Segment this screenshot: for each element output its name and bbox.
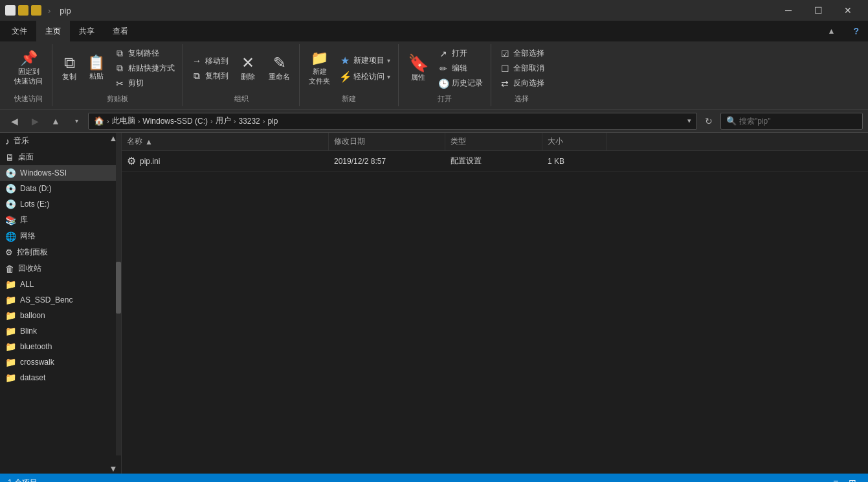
sidebar-item-music[interactable]: ♪ 音乐 (0, 133, 121, 149)
invert-icon: ⇄ (499, 78, 511, 89)
sidebar-item-recycle[interactable]: 🗑 回收站 (0, 260, 121, 277)
breadcrumb-pip[interactable]: pip (267, 117, 278, 126)
open-small-col: ↗ 打开 ✏ 编辑 🕒 历史记录 (435, 47, 485, 90)
pin-button[interactable]: 📌 固定到 快速访问 (10, 49, 47, 89)
sep0: › (107, 117, 109, 125)
back-button[interactable]: ◀ (5, 112, 23, 130)
cut-button[interactable]: ✂ 剪切 (111, 76, 177, 90)
sidebar-item-all[interactable]: 📁 ALL (0, 277, 121, 292)
sidebar-item-control-panel[interactable]: ⚙ 控制面板 (0, 244, 121, 260)
col-header-type[interactable]: 类型 (445, 133, 542, 150)
clipboard-label: 剪贴板 (107, 91, 128, 104)
tab-home[interactable]: 主页 (36, 21, 70, 41)
breadcrumb-windows-ssd[interactable]: Windows-SSD (C:) (142, 117, 208, 126)
refresh-button[interactable]: ↻ (700, 112, 718, 130)
new-folder-button[interactable]: 📁 新建 文件夹 (305, 49, 334, 89)
history-button[interactable]: 🕒 历史记录 (435, 76, 485, 90)
sidebar-item-balloon[interactable]: 📁 balloon (0, 308, 121, 323)
sidebar-label-network: 网络 (20, 231, 36, 242)
search-icon: 🔍 (726, 116, 737, 126)
new-small-col: ★ 新建项目 ▾ ⚡ 轻松访问 ▾ (337, 53, 393, 84)
select-none-button[interactable]: ☐ 全部取消 (496, 62, 547, 75)
forward-button[interactable]: ▶ (26, 112, 44, 130)
select-items: ☑ 全部选择 ☐ 全部取消 ⇄ 反向选择 (496, 47, 547, 90)
detail-view-button[interactable]: ⊞ (845, 476, 860, 482)
edit-button[interactable]: ✏ 编辑 (435, 62, 485, 75)
sidebar-label-control: 控制面板 (17, 247, 48, 258)
move-to-button[interactable]: → 移动到 (188, 54, 231, 68)
sep2: › (210, 117, 213, 125)
maximize-button[interactable]: ☐ (803, 0, 833, 21)
breadcrumb-this-pc[interactable]: 此电脑 (112, 115, 135, 126)
up-button[interactable]: ▲ (47, 112, 65, 130)
col-header-size[interactable]: 大小 (542, 133, 607, 150)
breadcrumb-33232[interactable]: 33232 (238, 117, 260, 126)
move-copy-col: → 移动到 ⧉ 复制到 (188, 54, 231, 83)
data-drive-icon: 💿 (5, 183, 16, 194)
title-separator: › (48, 6, 50, 16)
delete-button[interactable]: ✕ 删除 (234, 52, 262, 84)
tab-share[interactable]: 共享 (70, 21, 104, 41)
address-dropdown-icon[interactable]: ▾ (687, 117, 691, 125)
list-view-button[interactable]: ≡ (828, 476, 843, 482)
open-button[interactable]: ↗ 打开 (435, 47, 485, 60)
new-folder-icon: 📁 (311, 51, 328, 65)
sidebar-item-blink[interactable]: 📁 Blink (0, 323, 121, 339)
sidebar-item-desktop[interactable]: 🖥 桌面 (0, 149, 121, 165)
library-icon: 📚 (5, 215, 16, 225)
search-bar[interactable]: 🔍 (720, 113, 863, 130)
col-header-name[interactable]: 名称 ▲ (122, 133, 329, 150)
sidebar-item-windows-ssd[interactable]: 💿 Windows-SSI (0, 165, 121, 181)
sidebar-item-as-ssd[interactable]: 📁 AS_SSD_Benc (0, 292, 121, 308)
address-bar[interactable]: 🏠 › 此电脑 › Windows-SSD (C:) › 用户 › 33232 … (88, 113, 697, 130)
collapse-ribbon-button[interactable]: ▲ (819, 21, 845, 41)
sidebar-item-network[interactable]: 🌐 网络 (0, 228, 121, 244)
search-input[interactable] (739, 117, 857, 126)
properties-button[interactable]: 🔖 属性 (404, 52, 432, 85)
copy-path-button[interactable]: ⧉ 复制路径 (111, 47, 177, 60)
sidebar-item-data-d[interactable]: 💿 Data (D:) (0, 181, 121, 196)
tab-file[interactable]: 文件 (3, 21, 36, 41)
breadcrumb-user[interactable]: 用户 (216, 115, 231, 126)
tab-view[interactable]: 查看 (104, 21, 137, 41)
rename-button[interactable]: ✎ 重命名 (265, 52, 294, 84)
sidebar-item-bluetooth[interactable]: 📁 bluetooth (0, 339, 121, 354)
open-label: 打开 (438, 91, 452, 104)
help-button[interactable]: ? (844, 21, 868, 41)
select-all-button[interactable]: ☑ 全部选择 (496, 47, 547, 60)
paste-icon: 📋 (87, 56, 105, 70)
sidebar-item-library[interactable]: 📚 库 (0, 212, 121, 228)
title-icon-folder1 (18, 5, 28, 16)
recent-button[interactable]: ▾ (67, 112, 85, 130)
folder-asssd-icon: 📁 (5, 295, 16, 305)
copy-icon: ⧉ (64, 55, 75, 71)
easy-access-button[interactable]: ⚡ 轻松访问 ▾ (337, 69, 393, 84)
organize-items: → 移动到 ⧉ 复制到 ✕ 删除 ✎ 重命名 (188, 47, 294, 90)
copy-to-button[interactable]: ⧉ 复制到 (188, 69, 231, 83)
easy-access-icon: ⚡ (339, 71, 351, 83)
invert-select-button[interactable]: ⇄ 反向选择 (496, 76, 547, 90)
sidebar-label-dataset: dataset (20, 373, 45, 382)
clipboard-small: ⧉ 复制路径 ⧉ 粘贴快捷方式 ✂ 剪切 (111, 47, 177, 90)
sidebar-scrollbar[interactable] (116, 133, 121, 455)
file-size-text: 1 KB (548, 157, 564, 166)
recycle-icon: 🗑 (5, 264, 14, 274)
file-size-cell: 1 KB (542, 157, 607, 166)
paste-shortcut-button[interactable]: ⧉ 粘贴快捷方式 (111, 62, 177, 75)
col-type-label: 类型 (451, 136, 466, 147)
col-header-date[interactable]: 修改日期 (329, 133, 445, 150)
sidebar-scroll-down[interactable]: ▼ (108, 463, 118, 474)
file-name-cell: ⚙ pip.ini (122, 155, 329, 167)
sidebar-item-crosswalk[interactable]: 📁 crosswalk (0, 354, 121, 370)
sidebar-item-lots-e[interactable]: 💿 Lots (E:) (0, 196, 121, 212)
file-date-cell: 2019/12/2 8:57 (329, 157, 445, 166)
sidebar-label-library: 库 (20, 214, 28, 225)
sidebar-item-dataset[interactable]: 📁 dataset (0, 370, 121, 385)
col-name-label: 名称 (127, 136, 142, 147)
minimize-button[interactable]: ─ (773, 0, 803, 21)
paste-button[interactable]: 📋 粘贴 (83, 53, 109, 84)
file-row-pipini[interactable]: ⚙ pip.ini 2019/12/2 8:57 配置设置 1 KB (122, 151, 868, 172)
copy-button[interactable]: ⧉ 复制 (58, 52, 81, 84)
new-item-button[interactable]: ★ 新建项目 ▾ (337, 53, 393, 68)
close-button[interactable]: ✕ (833, 0, 863, 21)
